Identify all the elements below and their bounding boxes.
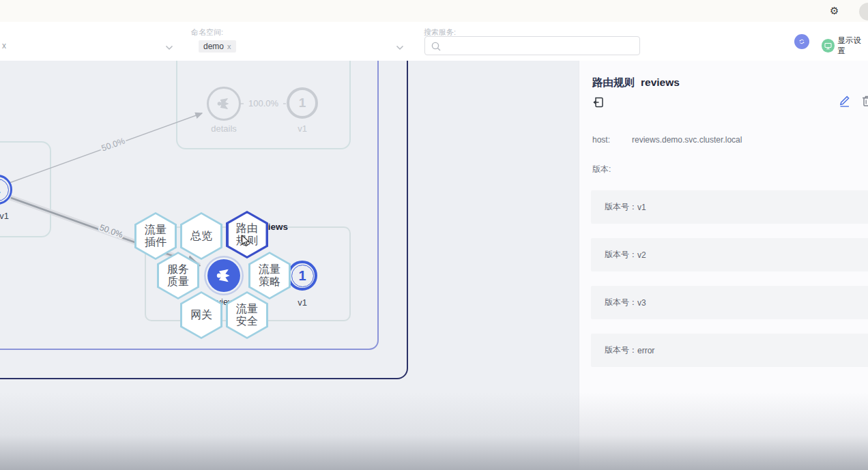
route-share-icon: [214, 94, 233, 113]
stray-tag-close-icon[interactable]: x: [2, 41, 6, 50]
reviews-version-badge: 1: [298, 268, 306, 284]
host-value: reviews.demo.svc.cluster.local: [632, 135, 742, 145]
edge-label-to-reviews: 50.0%: [98, 222, 124, 239]
version-value: error: [637, 346, 654, 355]
host-label: host:: [592, 135, 610, 145]
version-no-label: 版本号：: [605, 249, 637, 261]
hex-label-line: 服务: [167, 263, 189, 276]
tag-close-icon[interactable]: x: [227, 42, 231, 50]
avatar[interactable]: [859, 3, 868, 20]
version-row: 版本号： v2: [591, 238, 868, 271]
hex-label-line: 流量: [145, 224, 167, 236]
search-input[interactable]: [444, 38, 638, 55]
version-value: v2: [637, 250, 646, 260]
hex-label-line: 流量: [259, 263, 280, 276]
left-version-label: v1: [0, 211, 15, 221]
hex-label-line: 质量: [167, 276, 189, 288]
edit-icon[interactable]: [838, 94, 852, 110]
reviews-service-node[interactable]: [207, 259, 240, 292]
panel-title: 路由规则 reviews: [592, 76, 680, 90]
reviews-version-label: v1: [291, 297, 313, 308]
hex-label-line: 网关: [190, 309, 212, 321]
panel-title-service: reviews: [641, 76, 680, 89]
filter-toolbar: x 命名空间: demo x 搜索服务:: [0, 22, 868, 61]
version-value: v1: [637, 203, 646, 212]
refresh-button[interactable]: [794, 34, 809, 49]
delete-icon[interactable]: [860, 94, 868, 110]
edge-label-to-details: 50.0%: [100, 136, 126, 153]
search-icon: [431, 41, 442, 52]
version-row: 版本号： v1: [591, 190, 868, 224]
version-row: 版本号： v3: [591, 286, 868, 319]
namespace-tag-text: demo: [203, 42, 224, 51]
chevron-down-icon[interactable]: [396, 45, 404, 50]
details-version-badge: 1: [299, 96, 306, 111]
reviews-version-node[interactable]: 1: [287, 261, 317, 291]
panel-title-zh: 路由规则: [592, 76, 635, 90]
version-no-label: 版本号：: [605, 297, 637, 308]
left-version-badge: 1: [0, 183, 1, 196]
mouse-cursor-icon: [240, 235, 250, 247]
hex-label-line: 插件: [145, 236, 167, 248]
hex-label-line: 安全: [236, 315, 258, 327]
display-settings-icon: [822, 39, 835, 53]
namespace-label: 命名空间:: [191, 27, 223, 38]
version-row: 版本号： error: [591, 334, 868, 367]
refresh-icon: [798, 37, 805, 46]
yaml-export-icon[interactable]: [592, 96, 605, 111]
route-share-icon: [214, 265, 234, 286]
namespace-tag-demo[interactable]: demo x: [199, 40, 236, 53]
details-version-node[interactable]: 1: [287, 87, 318, 119]
version-value: v3: [637, 298, 646, 308]
edge-label-details-ratio: 100.0%: [244, 98, 283, 109]
top-bar: ⚙: [0, 0, 868, 23]
hex-label-line: 总览: [190, 230, 212, 242]
versions-label: 版本:: [592, 164, 611, 175]
hex-label-line: 路由: [236, 222, 258, 235]
app-window: ⚙ x 命名空间: demo x 搜索服务:: [0, 0, 868, 470]
version-no-label: 版本号：: [605, 201, 637, 213]
topology-canvas[interactable]: 50.0% 50.0% details 100.0% 1: [0, 61, 579, 470]
display-settings-button[interactable]: 显示设置: [822, 35, 868, 56]
display-settings-label: 显示设置: [837, 35, 868, 56]
search-box: [424, 36, 640, 55]
details-node-label: details: [202, 123, 246, 134]
hex-label-line: 策略: [259, 276, 280, 288]
details-version-label: v1: [292, 123, 313, 134]
version-no-label: 版本号：: [605, 344, 637, 356]
hex-label-line: 流量: [236, 303, 258, 315]
details-panel: 路由规则 reviews host:: [579, 61, 868, 470]
gear-icon[interactable]: ⚙: [826, 4, 843, 18]
chevron-down-icon[interactable]: [165, 45, 173, 50]
details-service-node[interactable]: [207, 87, 241, 121]
